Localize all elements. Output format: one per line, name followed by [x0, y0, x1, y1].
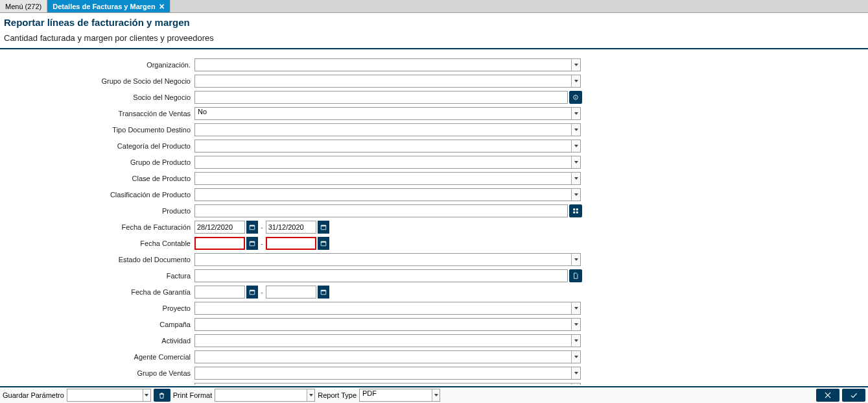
tab-detalles-facturas[interactable]: Detalles de Facturas y Margen ×: [47, 0, 170, 12]
close-icon[interactable]: ×: [159, 2, 165, 11]
tab-menu-label: Menú (272): [5, 3, 41, 10]
tab-active-label: Detalles de Facturas y Margen: [53, 3, 155, 10]
page-subtitle: Cantidad facturada y margen por clientes…: [0, 29, 868, 49]
tab-menu[interactable]: Menú (272): [0, 0, 47, 12]
page-header: Reportar líneas de facturación y margen: [0, 13, 868, 29]
page-title: Reportar líneas de facturación y margen: [4, 17, 864, 28]
tab-bar: Menú (272) Detalles de Facturas y Margen…: [0, 0, 868, 13]
